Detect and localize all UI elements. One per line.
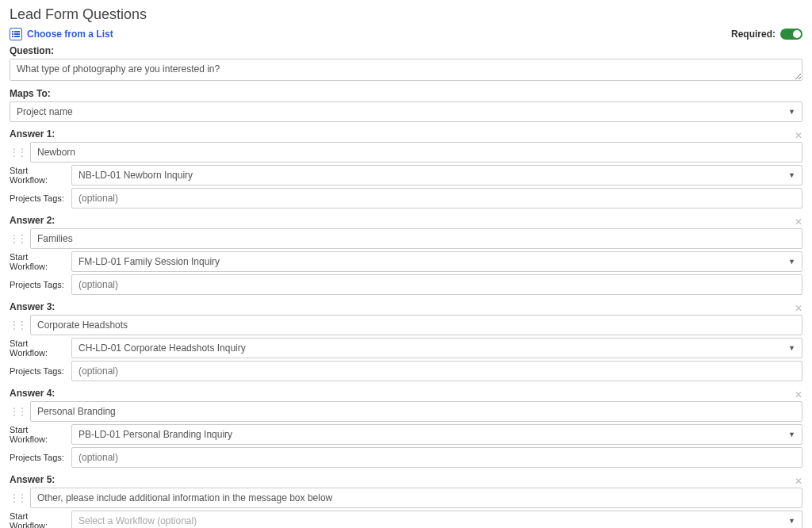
workflow-row: Start Workflow: NB-LD-01 Newborn Inquiry… <box>10 165 802 186</box>
question-label: Question: <box>10 45 802 56</box>
workflow-value: FM-LD-01 Family Session Inquiry <box>79 256 220 267</box>
answer-label: Answer 2: <box>10 215 55 226</box>
chevron-down-icon: ▼ <box>788 344 795 352</box>
answer-text-input[interactable] <box>30 488 802 508</box>
answer-block: Answer 3: ✕ ⋮⋮ Start Workflow: CH-LD-01 … <box>10 301 802 381</box>
workflow-select[interactable]: CH-LD-01 Corporate Headshots Inquiry ▼ <box>71 338 802 358</box>
remove-answer-icon[interactable]: ✕ <box>795 216 802 228</box>
chevron-down-icon: ▼ <box>788 517 795 525</box>
answer-header: Answer 1: ✕ <box>10 128 802 142</box>
projects-tags-label: Projects Tags: <box>10 366 65 376</box>
projects-tags-label: Projects Tags: <box>10 453 65 462</box>
required-toggle[interactable] <box>780 29 802 40</box>
start-workflow-label: Start Workflow: <box>10 339 65 358</box>
drag-handle-icon[interactable]: ⋮⋮ <box>10 406 25 417</box>
drag-handle-icon[interactable]: ⋮⋮ <box>10 147 25 158</box>
projects-tags-label: Projects Tags: <box>10 280 65 289</box>
workflow-row: Start Workflow: PB-LD-01 Personal Brandi… <box>10 424 802 445</box>
start-workflow-label: Start Workflow: <box>10 425 65 444</box>
start-workflow-label: Start Workflow: <box>10 252 65 271</box>
maps-to-label: Maps To: <box>10 88 802 99</box>
tags-input[interactable] <box>71 274 802 295</box>
drag-handle-icon[interactable]: ⋮⋮ <box>10 492 25 503</box>
tags-input[interactable] <box>71 188 802 209</box>
choose-from-list-label: Choose from a List <box>27 29 113 40</box>
tags-input[interactable] <box>71 361 802 381</box>
start-workflow-label: Start Workflow: <box>10 166 65 185</box>
workflow-select[interactable]: Select a Workflow (optional) ▼ <box>71 511 802 528</box>
answer-input-row: ⋮⋮ <box>10 142 802 163</box>
tags-row: Projects Tags: <box>10 447 802 468</box>
svg-rect-2 <box>12 33 13 35</box>
svg-rect-4 <box>12 36 13 37</box>
maps-to-select[interactable]: Project name ▼ <box>10 101 802 122</box>
svg-rect-0 <box>12 31 13 33</box>
required-label: Required: <box>731 29 776 40</box>
question-input[interactable]: What type of photography are you interes… <box>10 59 802 81</box>
answer-text-input[interactable] <box>30 401 802 422</box>
answer-label: Answer 1: <box>10 128 55 140</box>
answer-header: Answer 4: ✕ <box>10 388 802 401</box>
projects-tags-label: Projects Tags: <box>10 193 65 203</box>
answer-header: Answer 2: ✕ <box>10 215 802 228</box>
workflow-value: PB-LD-01 Personal Branding Inquiry <box>79 429 232 440</box>
required-wrap: Required: <box>731 29 802 40</box>
answer-input-row: ⋮⋮ <box>10 228 802 249</box>
start-workflow-label: Start Workflow: <box>10 511 65 528</box>
remove-answer-icon[interactable]: ✕ <box>795 130 802 141</box>
list-icon <box>10 28 22 40</box>
svg-rect-1 <box>14 31 20 33</box>
workflow-select[interactable]: PB-LD-01 Personal Branding Inquiry ▼ <box>71 424 802 445</box>
tags-input[interactable] <box>71 447 802 468</box>
remove-answer-icon[interactable]: ✕ <box>795 303 802 314</box>
answer-header: Answer 5: ✕ <box>10 474 802 488</box>
workflow-value: CH-LD-01 Corporate Headshots Inquiry <box>79 342 246 354</box>
maps-to-row: Maps To: Project name ▼ <box>10 88 802 122</box>
workflow-value: NB-LD-01 Newborn Inquiry <box>79 170 193 181</box>
workflow-row: Start Workflow: CH-LD-01 Corporate Heads… <box>10 338 802 358</box>
choose-from-list-link[interactable]: Choose from a List <box>10 28 113 40</box>
top-row: Choose from a List Required: <box>10 28 802 40</box>
answer-input-row: ⋮⋮ <box>10 401 802 422</box>
answer-text-input[interactable] <box>30 228 802 249</box>
chevron-down-icon: ▼ <box>788 108 795 116</box>
tags-row: Projects Tags: <box>10 361 802 381</box>
drag-handle-icon[interactable]: ⋮⋮ <box>10 319 25 331</box>
answer-block: Answer 5: ✕ ⋮⋮ Start Workflow: Select a … <box>10 474 802 528</box>
answer-label: Answer 5: <box>10 474 55 485</box>
answer-input-row: ⋮⋮ <box>10 488 802 508</box>
answer-input-row: ⋮⋮ <box>10 315 802 335</box>
answer-text-input[interactable] <box>30 315 802 335</box>
maps-to-value: Project name <box>17 106 73 117</box>
workflow-select[interactable]: NB-LD-01 Newborn Inquiry ▼ <box>71 165 802 186</box>
answer-header: Answer 3: ✕ <box>10 301 802 315</box>
answer-label: Answer 3: <box>10 301 55 312</box>
remove-answer-icon[interactable]: ✕ <box>795 389 802 400</box>
workflow-row: Start Workflow: FM-LD-01 Family Session … <box>10 251 802 272</box>
answer-text-input[interactable] <box>30 142 802 163</box>
svg-rect-3 <box>14 33 20 35</box>
chevron-down-icon: ▼ <box>788 258 795 266</box>
svg-rect-5 <box>14 36 20 37</box>
page-title: Lead Form Questions <box>10 6 802 23</box>
answer-block: Answer 2: ✕ ⋮⋮ Start Workflow: FM-LD-01 … <box>10 215 802 295</box>
answer-block: Answer 1: ✕ ⋮⋮ Start Workflow: NB-LD-01 … <box>10 128 802 209</box>
answer-label: Answer 4: <box>10 388 55 399</box>
remove-answer-icon[interactable]: ✕ <box>795 476 802 487</box>
answer-block: Answer 4: ✕ ⋮⋮ Start Workflow: PB-LD-01 … <box>10 388 802 468</box>
chevron-down-icon: ▼ <box>788 430 795 438</box>
workflow-value: Select a Workflow (optional) <box>79 515 197 526</box>
workflow-select[interactable]: FM-LD-01 Family Session Inquiry ▼ <box>71 251 802 272</box>
chevron-down-icon: ▼ <box>788 171 795 179</box>
workflow-row: Start Workflow: Select a Workflow (optio… <box>10 511 802 528</box>
tags-row: Projects Tags: <box>10 188 802 209</box>
drag-handle-icon[interactable]: ⋮⋮ <box>10 233 25 244</box>
tags-row: Projects Tags: <box>10 274 802 295</box>
